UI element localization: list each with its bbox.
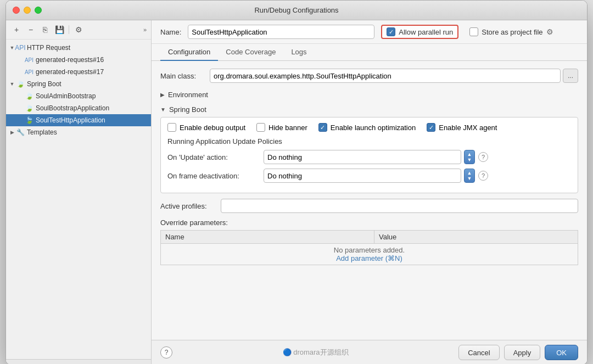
spring-boot-box: Enable debug output Hide banner ✓ Enable…	[160, 117, 578, 193]
name-input[interactable]	[188, 25, 374, 39]
tab-label: Code Coverage	[226, 48, 276, 56]
expand-icon	[17, 56, 25, 64]
store-project-label: Store as project file	[482, 28, 542, 36]
sidebar-item-soul-admin[interactable]: 🍃 SoulAdminBootstrap	[6, 90, 151, 102]
sidebar-item-soul-test[interactable]: 🍃 SoulTestHttpApplication	[6, 114, 151, 126]
tab-configuration[interactable]: Configuration	[160, 44, 218, 61]
expand-icon	[17, 116, 25, 124]
wrench-icon: 🔧	[16, 128, 25, 137]
copy-icon: ⎘	[43, 25, 47, 34]
minimize-button[interactable]	[24, 7, 31, 14]
on-frame-select[interactable]: Do nothing Update classes and resources …	[264, 169, 461, 183]
collapse-triangle-icon: ▼	[160, 107, 166, 113]
enable-launch-label: Enable launch optimization	[331, 124, 416, 132]
chevron-up-down-icon: ▲▼	[467, 170, 472, 181]
spring-boot-section-header[interactable]: ▼ Spring Boot	[160, 105, 578, 114]
enable-debug-checkbox[interactable]	[167, 123, 176, 132]
on-frame-help-icon[interactable]: ?	[478, 171, 488, 181]
sidebar-item-http-request[interactable]: ▼ API HTTP Request	[6, 42, 151, 54]
dialog: Run/Debug Configurations + − ⎘ 💾 ⚙	[5, 0, 588, 364]
close-button[interactable]	[13, 7, 20, 14]
question-mark-icon: ?	[165, 349, 169, 356]
store-settings-icon[interactable]: ⚙	[546, 27, 553, 36]
sidebar-scrollbar[interactable]	[6, 359, 151, 364]
checkboxes-row: Enable debug output Hide banner ✓ Enable…	[167, 123, 571, 132]
maximize-button[interactable]	[35, 7, 42, 14]
on-update-select-arrow[interactable]: ▲▼	[464, 150, 475, 164]
apply-button[interactable]: Apply	[504, 345, 541, 360]
sidebar-item-soul-bootstrap[interactable]: 🍃 SoulBootstrapApplication	[6, 102, 151, 114]
spring-boot-section: ▼ Spring Boot Enable debug output	[160, 105, 578, 193]
watermark-text: 🔵 dromara开源组织	[283, 348, 349, 357]
environment-section: ▶ Environment	[160, 88, 578, 101]
sidebar-item-templates[interactable]: ▶ 🔧 Templates	[6, 126, 151, 138]
save-icon: 💾	[55, 25, 64, 34]
tab-label: Configuration	[168, 48, 210, 56]
enable-jmx-checkbox[interactable]: ✓	[427, 123, 435, 132]
hide-banner-item: Hide banner	[256, 123, 307, 132]
add-parameter-link[interactable]: Add parameter (⌘N)	[336, 254, 402, 262]
tab-code-coverage[interactable]: Code Coverage	[218, 44, 283, 61]
ok-button[interactable]: OK	[545, 345, 578, 360]
plus-icon: +	[14, 25, 19, 34]
more-button[interactable]: »	[143, 26, 147, 33]
main-class-input[interactable]	[210, 69, 561, 83]
on-frame-select-arrow[interactable]: ▲▼	[464, 169, 475, 183]
copy-config-button[interactable]: ⎘	[39, 24, 51, 36]
on-frame-label: On frame deactivation:	[167, 172, 264, 180]
form-content: Main class: ... ▶ Environment	[152, 61, 587, 340]
environment-title: Environment	[168, 91, 208, 99]
spring-icon: 🍃	[25, 104, 33, 113]
browse-icon: ...	[568, 72, 573, 80]
expand-icon	[17, 68, 25, 76]
allow-parallel-box: ✓ Allow parallel run	[381, 25, 458, 39]
on-frame-row: On frame deactivation: Do nothing Update…	[167, 169, 571, 183]
enable-debug-label: Enable debug output	[180, 124, 245, 132]
gear-icon: ⚙	[75, 25, 82, 34]
dialog-title: Run/Debug Configurations	[254, 6, 338, 14]
enable-launch-checkbox[interactable]: ✓	[318, 123, 327, 132]
override-params-label: Override parameters:	[160, 219, 578, 227]
sidebar-item-generated-16[interactable]: API generated-requests#16	[6, 54, 151, 66]
add-config-button[interactable]: +	[10, 24, 23, 36]
spring-icon: 🍃	[25, 92, 33, 100]
store-project-checkbox[interactable]	[469, 27, 478, 36]
right-panel: Name: ✓ Allow parallel run Store as proj…	[152, 20, 587, 364]
name-label: Name:	[160, 28, 181, 36]
main-class-row: Main class: ...	[160, 69, 578, 83]
sidebar-item-label: Spring Boot	[27, 80, 61, 88]
enable-jmx-item: ✓ Enable JMX agent	[427, 123, 497, 132]
no-params-cell: No parameters added. Add parameter (⌘N)	[161, 244, 578, 265]
enable-debug-item: Enable debug output	[167, 123, 245, 132]
environment-header[interactable]: ▶ Environment	[160, 88, 578, 101]
expand-triangle-icon: ▶	[160, 92, 165, 98]
request-icon: API	[25, 55, 33, 64]
on-update-select-container: Do nothing Update classes and resources …	[264, 150, 488, 164]
on-update-select[interactable]: Do nothing Update classes and resources …	[264, 150, 461, 164]
on-update-help-icon[interactable]: ?	[478, 152, 488, 162]
allow-parallel-checkbox[interactable]: ✓	[387, 27, 395, 36]
sidebar-item-label: SoulTestHttpApplication	[36, 116, 105, 124]
active-profiles-input[interactable]	[221, 199, 578, 213]
bottom-bar: ? 🔵 dromara开源组织 Cancel Apply OK	[152, 340, 587, 364]
table-header-value: Value	[374, 231, 578, 244]
spring-boot-icon: 🍃	[16, 80, 25, 88]
expand-icon	[17, 92, 25, 100]
config-top-bar: Name: ✓ Allow parallel run Store as proj…	[152, 20, 587, 44]
sidebar-item-label: SoulBootstrapApplication	[36, 104, 109, 112]
tab-logs[interactable]: Logs	[283, 44, 314, 61]
chevron-up-icon: ▲▼	[467, 152, 472, 163]
sidebar-item-label: HTTP Request	[27, 44, 70, 52]
request-icon: API	[25, 68, 33, 76]
hide-banner-checkbox[interactable]	[256, 123, 265, 132]
sidebar-item-generated-17[interactable]: API generated-requests#17	[6, 66, 151, 78]
spring-boot-section-title: Spring Boot	[169, 105, 206, 114]
sidebar-item-spring-boot-group[interactable]: ▼ 🍃 Spring Boot	[6, 78, 151, 90]
settings-button[interactable]: ⚙	[72, 24, 85, 36]
browse-main-class-button[interactable]: ...	[563, 69, 578, 83]
allow-parallel-label: Allow parallel run	[399, 28, 453, 36]
save-config-button[interactable]: 💾	[53, 24, 65, 36]
cancel-button[interactable]: Cancel	[458, 345, 499, 360]
help-button[interactable]: ?	[160, 346, 172, 359]
remove-config-button[interactable]: −	[25, 24, 37, 36]
